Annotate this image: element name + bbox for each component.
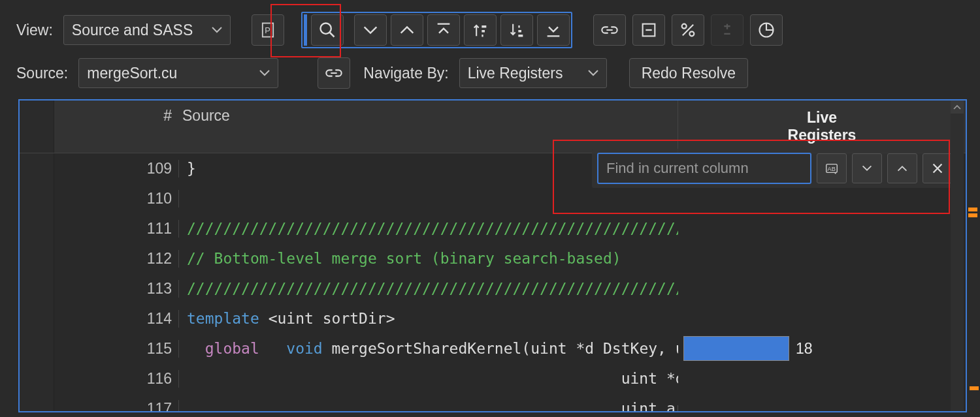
line-number: 109 <box>54 160 179 178</box>
search-nav-group <box>301 12 572 48</box>
code-cell: uint *d_SrcKey, uint *d_SrcVal, <box>179 370 678 387</box>
gutter <box>20 183 54 213</box>
source-dropdown[interactable]: mergeSort.cu <box>78 58 278 88</box>
code-row[interactable]: 116 uint *d_SrcKey, uint *d_SrcVal, <box>20 363 966 394</box>
line-number: 117 <box>54 400 179 413</box>
gutter <box>20 333 54 363</box>
scroll-up-icon[interactable] <box>951 100 964 114</box>
line-number: 111 <box>54 220 179 238</box>
next-result-button[interactable] <box>354 14 387 46</box>
register-cell <box>678 363 966 394</box>
navigate-dropdown-value: Live Registers <box>468 65 563 82</box>
code-row[interactable]: 113/////////////////////////////////////… <box>20 273 966 303</box>
gutter-header <box>20 100 54 153</box>
goto-bottom-button[interactable] <box>537 14 570 46</box>
navigate-dropdown[interactable]: Live Registers <box>459 58 607 88</box>
code-row[interactable]: 115__global__ void mergeSortSharedKernel… <box>20 333 966 363</box>
code-row[interactable]: 114template <uint sortDir> <box>20 303 966 333</box>
collapse-button[interactable] <box>632 14 665 46</box>
code-row[interactable]: 112// Bottom-level merge sort (binary se… <box>20 243 966 273</box>
line-number: 116 <box>54 370 179 388</box>
source-label: Source: <box>16 65 68 82</box>
svg-point-14 <box>681 24 686 29</box>
source-panel: # Source Live Registers 109}110111//////… <box>18 99 967 412</box>
svg-rect-7 <box>482 35 483 37</box>
vertical-scrollbar[interactable] <box>951 100 964 411</box>
register-bar <box>683 336 789 361</box>
gutter <box>20 153 54 183</box>
registers-header[interactable]: Live Registers <box>678 100 966 153</box>
gutter <box>20 213 54 243</box>
diff-button <box>711 14 743 46</box>
find-prev-button[interactable] <box>887 153 917 183</box>
view-dropdown-value: Source and SASS <box>72 22 193 39</box>
svg-rect-5 <box>482 25 486 28</box>
overview-marks <box>968 208 979 219</box>
chevron-down-icon <box>588 70 598 76</box>
svg-text:AB: AB <box>828 166 836 172</box>
navigate-label: Navigate By: <box>363 65 448 82</box>
match-case-button[interactable]: AB <box>817 153 847 183</box>
register-value: 18 <box>796 340 813 358</box>
view-dropdown[interactable]: Source and SASS <box>63 15 231 45</box>
toolbar-top: View: Source and SASS P <box>0 0 980 54</box>
percent-button[interactable] <box>672 14 704 46</box>
register-cell: 18 <box>678 333 966 363</box>
svg-text:P: P <box>265 25 270 35</box>
gutter <box>20 303 54 333</box>
register-cell <box>678 273 966 303</box>
line-number: 114 <box>54 310 179 328</box>
code-cell: ////////////////////////////////////////… <box>179 220 678 237</box>
view-label: View: <box>16 22 53 39</box>
chart-button[interactable] <box>750 14 783 46</box>
gutter <box>20 243 54 273</box>
chevron-down-icon <box>259 70 270 76</box>
overview-mark <box>968 213 977 217</box>
linenum-header[interactable]: # <box>54 100 178 153</box>
page-icon-button[interactable]: P <box>252 14 284 46</box>
search-button[interactable] <box>311 14 344 46</box>
code-cell: uint arrayLength) { <box>179 400 678 412</box>
line-number: 115 <box>54 340 179 358</box>
sort-desc-button[interactable] <box>500 14 533 46</box>
gutter <box>20 394 54 412</box>
find-next-button[interactable] <box>852 153 882 183</box>
register-cell <box>678 394 966 412</box>
find-panel: AB <box>592 149 958 188</box>
code-cell: __global__ void mergeSortSharedKernel(ui… <box>179 340 678 357</box>
column-headers: # Source Live Registers <box>20 100 966 153</box>
code-body: 109}110111//////////////////////////////… <box>20 153 966 412</box>
find-input[interactable] <box>597 153 811 184</box>
register-cell <box>678 303 966 333</box>
gutter <box>20 273 54 303</box>
registers-header-l2: Registers <box>788 127 857 144</box>
code-row[interactable]: 117 uint arrayLength) { <box>20 394 966 412</box>
link-source-button[interactable] <box>318 57 350 89</box>
overview-mark <box>970 386 979 390</box>
register-cell <box>678 213 966 243</box>
line-number: 110 <box>54 190 179 208</box>
svg-line-16 <box>683 25 693 35</box>
svg-point-2 <box>320 23 331 34</box>
redo-resolve-button[interactable]: Redo Resolve <box>629 58 748 88</box>
prev-result-button[interactable] <box>391 14 423 46</box>
line-number: 113 <box>54 280 179 298</box>
chevron-down-icon <box>212 27 222 33</box>
register-cell <box>678 243 966 273</box>
source-header[interactable]: Source <box>178 100 678 153</box>
source-dropdown-value: mergeSort.cu <box>87 65 177 82</box>
gutter <box>20 363 54 394</box>
code-cell: ////////////////////////////////////////… <box>179 280 678 297</box>
close-find-button[interactable] <box>923 153 953 183</box>
code-cell: // Bottom-level merge sort (binary searc… <box>179 250 678 267</box>
sort-asc-button[interactable] <box>464 14 497 46</box>
registers-header-l1: Live <box>807 109 837 127</box>
svg-rect-10 <box>518 35 523 37</box>
line-number: 112 <box>54 250 179 268</box>
goto-top-button[interactable] <box>427 14 460 46</box>
code-cell: template <uint sortDir> <box>179 310 678 327</box>
code-row[interactable]: 111/////////////////////////////////////… <box>20 213 966 243</box>
link-button[interactable] <box>593 14 626 46</box>
svg-rect-6 <box>482 30 485 33</box>
svg-rect-9 <box>518 30 521 33</box>
